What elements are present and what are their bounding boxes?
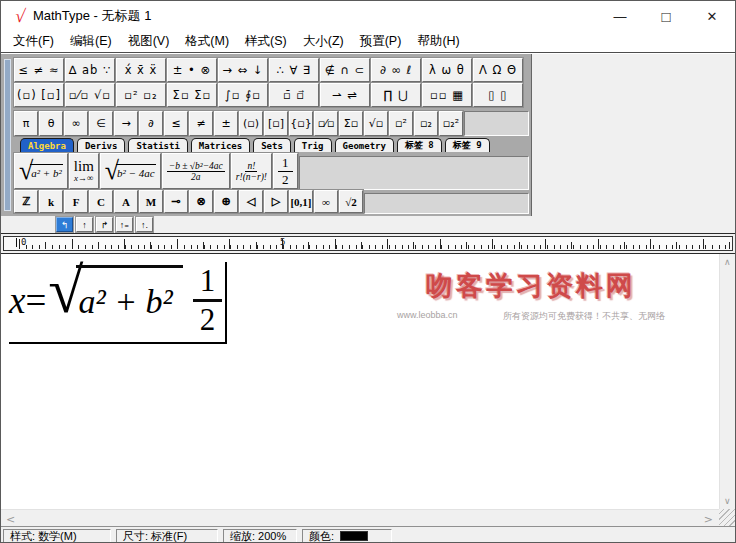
symbol-blackboard-Z[interactable]: ℤ bbox=[14, 190, 38, 213]
symbol-multimap[interactable]: ⊸ bbox=[164, 190, 188, 213]
menu-format[interactable]: 格式(M) bbox=[177, 31, 237, 52]
misc-symbol-palette[interactable]: ∂ ∞ ℓ bbox=[371, 58, 421, 82]
scroll-down-icon[interactable]: ∨ bbox=[724, 496, 731, 506]
palette-grip-handle[interactable] bbox=[4, 59, 11, 211]
small-template-brackets[interactable]: [▫] bbox=[264, 111, 288, 136]
symbol-fraktur-M[interactable]: M bbox=[139, 190, 163, 213]
scroll-left-icon[interactable]: < bbox=[6, 513, 15, 526]
tabstop-left-button[interactable]: ↰ bbox=[56, 217, 73, 232]
greek-uppercase-palette[interactable]: Λ Ω Θ bbox=[473, 58, 523, 82]
limit-text: lim bbox=[74, 159, 94, 173]
equation-editing-area[interactable]: x = √ a² + b² 1 2 吻客学习资料网 www.leobba.cn … bbox=[1, 254, 735, 509]
template-quadratic-formula[interactable]: −b ± √b²−4ac 2a bbox=[162, 153, 230, 189]
tabstop-center-button[interactable]: ↑ bbox=[76, 217, 93, 232]
set-theory-palette[interactable]: ∉ ∩ ⊂ bbox=[320, 58, 370, 82]
tab-derivs[interactable]: Derivs bbox=[77, 138, 126, 152]
ruler-face[interactable]: 0 5 bbox=[3, 236, 733, 251]
scroll-up-icon[interactable]: ∧ bbox=[724, 257, 731, 267]
template-limit[interactable]: lim x→∞ bbox=[69, 153, 99, 189]
tab-algebra[interactable]: Algebra bbox=[20, 138, 74, 152]
small-symbol-pi[interactable]: π bbox=[14, 111, 38, 136]
template-sqrt-a2-b2[interactable]: √ a² + b² bbox=[14, 153, 68, 189]
box-palette[interactable]: ▯ ▯ bbox=[473, 83, 523, 107]
vertical-scrollbar[interactable]: ∧ ∨ bbox=[719, 254, 735, 509]
tabstop-relational-button[interactable]: ↑₌ bbox=[116, 217, 133, 232]
symbol-circled-times[interactable]: ⊗ bbox=[189, 190, 213, 213]
small-symbol-neq[interactable]: ≠ bbox=[189, 111, 213, 136]
symbol-triangle-right[interactable]: ▷ bbox=[264, 190, 288, 213]
close-icon[interactable]: ✕ bbox=[689, 1, 735, 31]
logic-palette[interactable]: ∴ ∀ ∃ bbox=[269, 58, 319, 82]
menu-file[interactable]: 文件(F) bbox=[5, 31, 62, 52]
horizontal-scrollbar[interactable]: < > bbox=[1, 509, 735, 526]
small-template-superscript[interactable]: ▫² bbox=[389, 111, 413, 136]
status-size-panel[interactable]: 尺寸: 标准(F) bbox=[116, 529, 218, 543]
small-template-subscript[interactable]: ▫₂ bbox=[414, 111, 438, 136]
small-symbol-leq[interactable]: ≤ bbox=[164, 111, 188, 136]
spacing-palette[interactable]: ∆ ab ∵ bbox=[65, 58, 115, 82]
template-one-half[interactable]: 1 2 bbox=[273, 153, 298, 189]
fraction-radical-palette[interactable]: ▫⁄▫ √▫ bbox=[65, 83, 115, 107]
small-symbol-infinity[interactable]: ∞ bbox=[64, 111, 88, 136]
tab-sets[interactable]: Sets bbox=[253, 138, 291, 152]
small-symbol-element-of[interactable]: ∈ bbox=[89, 111, 113, 136]
symbol-infinity[interactable]: ∞ bbox=[314, 190, 338, 213]
summation-palette[interactable]: Σ▫ Σ▫ bbox=[167, 83, 217, 107]
fence-palette[interactable]: (▫) [▫] bbox=[14, 83, 64, 107]
ruler[interactable]: 0 5 bbox=[1, 233, 735, 254]
symbol-triangle-left[interactable]: ◁ bbox=[239, 190, 263, 213]
template-binomial-coefficient[interactable]: n! r!(n−r)! bbox=[231, 153, 272, 189]
tabstop-decimal-button[interactable]: ↑. bbox=[136, 217, 153, 232]
small-template-braces[interactable]: {▫} bbox=[289, 111, 313, 136]
small-template-subsuperscript[interactable]: ▫₂² bbox=[439, 111, 463, 136]
menu-preferences[interactable]: 预置(P) bbox=[352, 31, 410, 52]
small-symbol-plus-minus[interactable]: ± bbox=[214, 111, 238, 136]
symbol-unit-interval[interactable]: [0,1] bbox=[289, 190, 313, 213]
equation[interactable]: x = √ a² + b² 1 2 bbox=[9, 262, 227, 344]
tab-trig[interactable]: Trig bbox=[294, 138, 332, 152]
menu-view[interactable]: 视图(V) bbox=[120, 31, 178, 52]
tabstop-right-button[interactable]: ↱ bbox=[96, 217, 113, 232]
small-template-radical[interactable]: √▫ bbox=[364, 111, 388, 136]
small-symbol-partial[interactable]: ∂ bbox=[139, 111, 163, 136]
relational-palette[interactable]: ≤ ≠ ≈ bbox=[14, 58, 64, 82]
small-symbol-theta[interactable]: θ bbox=[39, 111, 63, 136]
small-template-fraction[interactable]: ▫⁄▫ bbox=[314, 111, 338, 136]
subscript-superscript-palette[interactable]: ▫² ▫₂ bbox=[116, 83, 166, 107]
resize-grip[interactable] bbox=[719, 509, 735, 526]
status-color-panel[interactable]: 颜色: bbox=[302, 529, 392, 543]
integral-palette[interactable]: ∫▫ ∮▫ bbox=[218, 83, 268, 107]
small-template-sum[interactable]: Σ▫ bbox=[339, 111, 363, 136]
embellishment-palette[interactable]: x́ x̄ ẍ bbox=[116, 58, 166, 82]
menu-size[interactable]: 大小(Z) bbox=[295, 31, 352, 52]
product-union-palette[interactable]: ∏ ⋃ bbox=[371, 83, 421, 107]
tab-geometry[interactable]: Geometry bbox=[335, 138, 394, 152]
operator-palette[interactable]: ± • ⊗ bbox=[167, 58, 217, 82]
matrix-palette[interactable]: ▫▫ ▦ bbox=[422, 83, 472, 107]
minimize-icon[interactable]: — bbox=[597, 1, 643, 31]
overbar-underbar-palette[interactable]: ▫̄ ▫⃗ bbox=[269, 83, 319, 107]
symbol-blackboard-k[interactable]: k bbox=[39, 190, 63, 213]
menu-help[interactable]: 帮助(H) bbox=[409, 31, 467, 52]
tab-custom-8[interactable]: 标签 8 bbox=[397, 138, 442, 152]
template-sqrt-b2-4ac[interactable]: √ b² − 4ac bbox=[100, 153, 161, 189]
symbol-blackboard-F[interactable]: F bbox=[64, 190, 88, 213]
status-zoom-panel[interactable]: 缩放: 200% bbox=[223, 529, 297, 543]
tab-custom-9[interactable]: 标签 9 bbox=[445, 138, 490, 152]
maximize-icon[interactable]: □ bbox=[643, 1, 689, 31]
status-style-panel[interactable]: 样式: 数学(M) bbox=[3, 529, 111, 543]
tab-matrices[interactable]: Matrices bbox=[191, 138, 250, 152]
symbol-fraktur-A[interactable]: A bbox=[114, 190, 138, 213]
symbol-script-C[interactable]: C bbox=[89, 190, 113, 213]
arrow-palette[interactable]: → ⇔ ↓ bbox=[218, 58, 268, 82]
menu-edit[interactable]: 编辑(E) bbox=[62, 31, 120, 52]
greek-lowercase-palette[interactable]: λ ω θ bbox=[422, 58, 472, 82]
tab-statistics[interactable]: Statisti bbox=[128, 138, 187, 152]
symbol-circled-plus[interactable]: ⊕ bbox=[214, 190, 238, 213]
symbol-sqrt-2[interactable]: √2 bbox=[339, 190, 363, 213]
small-symbol-arrow[interactable]: → bbox=[114, 111, 138, 136]
small-template-parens[interactable]: (▫) bbox=[239, 111, 263, 136]
labeled-arrow-palette[interactable]: ⇀ ⇌ bbox=[320, 83, 370, 107]
scroll-right-icon[interactable]: > bbox=[704, 513, 713, 526]
menu-style[interactable]: 样式(S) bbox=[237, 31, 295, 52]
